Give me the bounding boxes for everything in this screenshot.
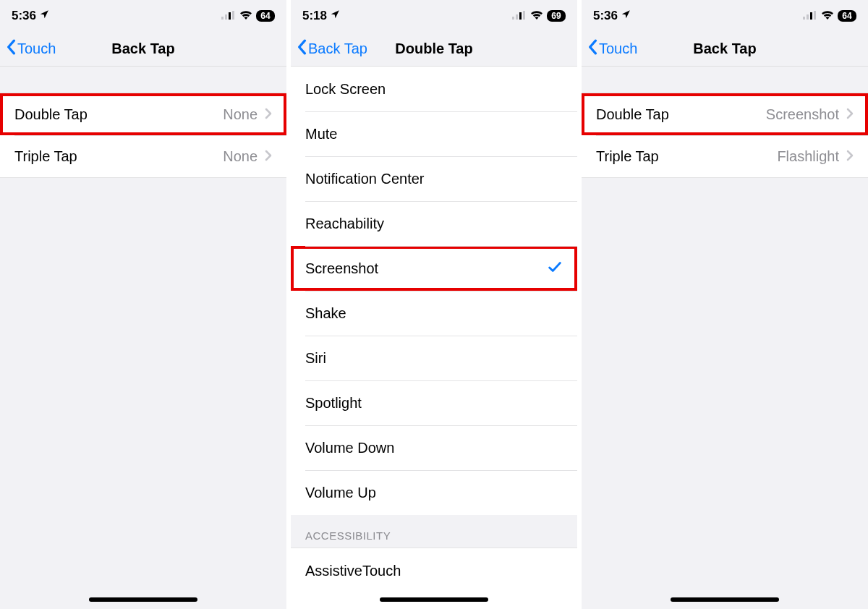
back-button[interactable]: Touch xyxy=(587,39,637,59)
back-button[interactable]: Touch xyxy=(6,39,56,59)
svg-rect-4 xyxy=(512,17,514,20)
settings-list: Double Tap Screenshot Triple Tap Flashli… xyxy=(582,93,868,178)
option-volume-down[interactable]: Volume Down xyxy=(291,425,577,470)
option-label: Volume Down xyxy=(305,440,394,456)
svg-rect-6 xyxy=(519,12,522,20)
status-time: 5:18 xyxy=(302,9,327,23)
svg-rect-2 xyxy=(229,12,231,20)
section-header-accessibility: ACCESSIBILITY xyxy=(291,515,577,548)
chevron-right-icon xyxy=(265,148,272,165)
nav-header: Touch Back Tap xyxy=(0,32,286,67)
home-indicator[interactable] xyxy=(89,597,197,602)
cellular-signal-icon xyxy=(803,9,817,23)
svg-rect-0 xyxy=(221,17,224,20)
status-time: 5:36 xyxy=(12,9,36,23)
option-label: Siri xyxy=(305,350,326,367)
chevron-left-icon xyxy=(6,39,16,59)
settings-list: Double Tap None Triple Tap None xyxy=(0,93,286,178)
row-double-tap[interactable]: Double Tap Screenshot xyxy=(582,93,868,135)
option-lock-screen[interactable]: Lock Screen xyxy=(291,67,577,111)
option-label: AssistiveTouch xyxy=(305,563,401,579)
option-label: Lock Screen xyxy=(305,81,386,98)
option-siri[interactable]: Siri xyxy=(291,336,577,380)
back-label: Touch xyxy=(599,41,637,57)
svg-rect-8 xyxy=(803,17,805,20)
battery-indicator: 64 xyxy=(838,10,856,22)
option-label: Screenshot xyxy=(305,260,378,277)
home-indicator[interactable] xyxy=(671,597,779,602)
back-button[interactable]: Back Tap xyxy=(297,39,367,59)
chevron-left-icon xyxy=(297,39,307,59)
row-value: Flashlight xyxy=(777,148,839,165)
location-icon xyxy=(621,9,631,23)
chevron-right-icon xyxy=(265,106,272,123)
svg-rect-1 xyxy=(225,14,227,20)
chevron-right-icon xyxy=(846,106,854,123)
row-double-tap[interactable]: Double Tap None xyxy=(0,93,286,135)
location-icon xyxy=(39,9,49,23)
options-list: Lock Screen Mute Notification Center Rea… xyxy=(291,67,577,515)
option-notification-center[interactable]: Notification Center xyxy=(291,156,577,201)
option-shake[interactable]: Shake xyxy=(291,291,577,336)
back-label: Touch xyxy=(17,41,56,57)
option-label: Volume Up xyxy=(305,485,376,501)
battery-indicator: 69 xyxy=(547,10,566,22)
wifi-icon xyxy=(239,9,252,23)
checkmark-icon xyxy=(547,259,563,278)
svg-rect-7 xyxy=(523,11,525,20)
option-mute[interactable]: Mute xyxy=(291,111,577,156)
svg-rect-3 xyxy=(232,11,234,20)
option-spotlight[interactable]: Spotlight xyxy=(291,380,577,425)
status-time: 5:36 xyxy=(593,9,618,23)
accessibility-list: AssistiveTouch xyxy=(291,548,577,593)
screen-backtap-initial: 5:36 64 Touch Ba xyxy=(0,0,291,609)
nav-header: Back Tap Double Tap xyxy=(291,32,577,67)
option-reachability[interactable]: Reachability xyxy=(291,201,577,246)
cellular-signal-icon xyxy=(512,9,527,23)
row-label: Double Tap xyxy=(14,106,88,123)
option-label: Notification Center xyxy=(305,171,425,187)
svg-rect-10 xyxy=(810,12,812,20)
row-label: Triple Tap xyxy=(596,148,659,165)
row-value: None xyxy=(223,106,258,123)
screen-backtap-configured: 5:36 64 Touch Ba xyxy=(582,0,868,609)
row-value: None xyxy=(223,148,258,165)
back-label: Back Tap xyxy=(308,41,367,57)
status-bar: 5:18 69 xyxy=(291,0,577,32)
option-label: Mute xyxy=(305,126,337,142)
option-label: Reachability xyxy=(305,216,384,232)
home-indicator[interactable] xyxy=(380,597,488,602)
svg-rect-9 xyxy=(807,14,809,20)
screen-doubletap-options: 5:18 69 Back Tap xyxy=(291,0,582,609)
cellular-signal-icon xyxy=(221,9,236,23)
svg-rect-11 xyxy=(814,11,816,20)
wifi-icon xyxy=(821,9,834,23)
row-triple-tap[interactable]: Triple Tap Flashlight xyxy=(582,135,868,177)
row-value: Screenshot xyxy=(766,106,839,123)
option-volume-up[interactable]: Volume Up xyxy=(291,470,577,515)
status-bar: 5:36 64 xyxy=(0,0,286,32)
row-triple-tap[interactable]: Triple Tap None xyxy=(0,135,286,177)
row-label: Double Tap xyxy=(596,106,669,123)
screenshots-container: 5:36 64 Touch Ba xyxy=(0,0,868,609)
chevron-left-icon xyxy=(587,39,597,59)
row-label: Triple Tap xyxy=(14,148,77,165)
status-bar: 5:36 64 xyxy=(582,0,868,32)
option-label: Spotlight xyxy=(305,395,362,412)
chevron-right-icon xyxy=(846,148,854,165)
option-label: Shake xyxy=(305,305,346,322)
nav-header: Touch Back Tap xyxy=(582,32,868,67)
option-assistivetouch[interactable]: AssistiveTouch xyxy=(291,548,577,593)
wifi-icon xyxy=(530,9,543,23)
svg-rect-5 xyxy=(516,14,518,20)
location-icon xyxy=(330,9,340,23)
battery-indicator: 64 xyxy=(256,10,275,22)
option-screenshot[interactable]: Screenshot xyxy=(291,246,577,291)
